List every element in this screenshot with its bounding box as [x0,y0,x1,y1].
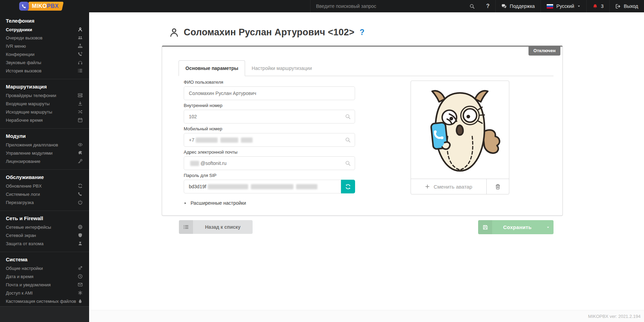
sidebar-item-link[interactable]: Нерабочее время [0,116,89,124]
advanced-settings-toggle[interactable]: Расширенные настройки [184,200,246,206]
mobile-input[interactable]: +7 [184,133,355,147]
advanced-settings-label: Расширенные настройки [191,200,246,206]
sidebar-item-link[interactable]: Перезагрузка [0,198,89,206]
sidebar-item-link[interactable]: Входящие маршруты [0,99,89,108]
eye-icon [78,142,83,147]
sidebar-item-link[interactable]: Системные логи [0,190,89,198]
sidebar-item-label: Исходящие маршруты [6,109,78,115]
search-icon [345,137,351,143]
sidebar-item-label: Кастомизация системных файлов [6,299,78,304]
sidebar-item-label: Сотрудники [6,27,78,32]
sidebar-item-link[interactable]: Сетевой экран [0,231,89,239]
sidebar-item-label: Провайдеры телефонии [6,93,78,98]
user-icon [78,27,83,32]
list-icon [78,68,83,73]
sidebar-item-link[interactable]: Приложения диалпланов [0,141,89,149]
sidebar-item-link[interactable]: Дата и время [0,272,89,281]
sidebar-item-label: Системные логи [6,192,78,197]
field-label: Внутренний номер [184,103,355,108]
sidebar-item-link[interactable]: Общие настройки [0,264,89,272]
search-button[interactable] [464,0,481,12]
key-icon [78,159,83,164]
sip-password-input[interactable]: bd3d19f [184,180,341,193]
field-row: Соломахин Руслан Артурович [184,86,355,100]
input-value: +7 [189,137,194,143]
save-icon [478,220,492,234]
change-avatar-button[interactable]: Сменить аватар [411,179,486,194]
phone-logo-icon [19,2,29,11]
redacted-text [220,138,238,143]
logout-button[interactable]: Выход [610,0,644,12]
field-label: ФИО пользователя [184,80,355,85]
help-icon[interactable]: ? [360,28,364,37]
main-content: Соломахин Руслан Артурович <102> ? Отклю… [89,12,644,322]
sidebar-item-link[interactable]: Доступ к AMI [0,289,89,297]
sidebar-item-link[interactable]: Провайдеры телефонии [0,91,89,99]
page-title: Соломахин Руслан Артурович <102> [184,27,354,38]
search-input[interactable] [311,3,465,9]
sidebar-item-link[interactable]: Очереди вызовов [0,34,89,42]
save-button[interactable]: Сохранить [478,220,554,234]
sidebar-item-link[interactable]: Исходящие маршруты [0,108,89,116]
support-label: Поддержка [510,3,535,9]
headphones-icon [78,60,83,65]
sidebar-item-link[interactable]: Управление модулями [0,149,89,157]
avatar-toolbar: Сменить аватар [411,179,509,194]
sidebar-item-link[interactable]: Защита от взлома [0,239,89,248]
sidebar: MIKOPBX ТелефонияСотрудникиОчереди вызов… [0,0,89,322]
back-to-list-label: Назад к списку [193,220,253,234]
language-label: Русский [556,3,574,9]
sidebar-item-label: Нерабочее время [6,118,78,123]
phone-icon [78,192,83,196]
sidebar-item-label: Почта и уведомления [6,282,78,287]
sidebar-item-link[interactable]: Обновление PBX [0,182,89,190]
generate-password-button[interactable] [341,180,355,193]
extension-input[interactable]: 102 [184,110,355,123]
sidebar-item-link[interactable]: Лицензирование [0,157,89,165]
chevron-down-icon [577,4,581,8]
mail-icon [78,282,83,287]
sidebar-item-link[interactable]: Конференции [0,50,89,58]
sign-out-icon [616,4,621,9]
sidebar-item-link[interactable]: IVR меню [0,42,89,50]
clock-icon [78,274,83,279]
topbar: ? Поддержка Русский 3 Выход [0,0,644,12]
sidebar-item-link[interactable]: Кастомизация системных файлов [0,297,89,305]
sidebar-item-link[interactable]: Почта и уведомления [0,281,89,289]
help-button[interactable]: ? [481,0,496,12]
users-icon [78,35,83,40]
fullname-input[interactable]: Соломахин Руслан Артурович [184,86,355,100]
sidebar-item-link[interactable]: Звуковые файлы [0,58,89,67]
random-icon [78,109,83,114]
sidebar-item-active[interactable]: Сотрудники [0,25,89,34]
tab-general-settings[interactable]: Основные параметры [179,60,245,76]
shield-icon [78,233,83,238]
sidebar-section-title: Телефония [0,16,89,25]
list-icon [179,220,193,234]
sidebar-item-link[interactable]: История вызовов [0,67,89,75]
server-icon [78,93,83,98]
sidebar-item-label: Доступ к AMI [6,290,78,296]
sidebar-item-label: Сетевой экран [6,233,78,238]
sidebar-item-label: Сетевые интерфейсы [6,225,78,230]
avatar-panel: Сменить аватар [411,81,509,194]
user-secret-icon [78,241,83,246]
sidebar-item-label: История вызовов [6,68,78,73]
delete-avatar-button[interactable] [486,179,509,194]
tab-routing-settings[interactable]: Настройки маршрутизации [245,60,318,76]
support-button[interactable]: Поддержка [496,0,540,12]
redacted-text [296,184,317,189]
notifications-button[interactable]: 3 [587,0,609,12]
save-dropdown-toggle[interactable] [543,220,554,234]
plus-icon [425,184,430,189]
topbar-search-area [310,0,465,12]
field-row: 102 [184,110,355,123]
sidebar-item-link[interactable]: Сетевые интерфейсы [0,223,89,231]
language-menu[interactable]: Русский [541,0,586,12]
mikopbx-logo[interactable]: MIKOPBX [19,2,63,11]
redacted-text [241,138,253,143]
email-input[interactable]: @softonit.ru [184,156,355,170]
logo-wordmark: MIKOPBX [27,2,64,11]
back-to-list-button[interactable]: Назад к списку [179,220,253,234]
version-label: MIKOPBX ver: 2021.2.194 [588,314,641,319]
